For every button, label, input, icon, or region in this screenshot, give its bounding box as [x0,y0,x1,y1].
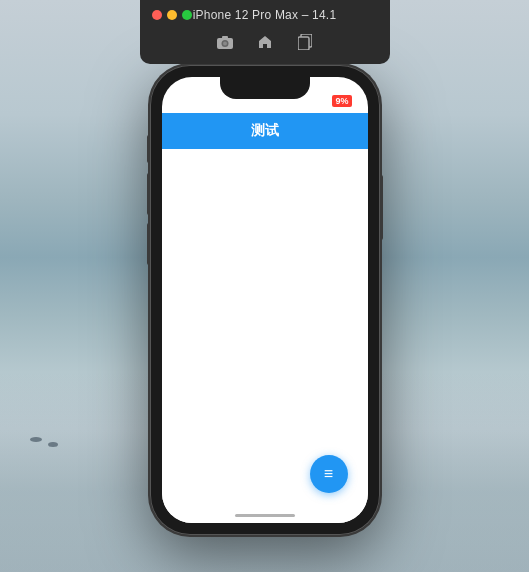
home-indicator[interactable] [235,514,295,517]
duck-1 [30,437,42,442]
toolbar-actions [211,28,319,56]
nav-title: 测试 [251,122,279,140]
simulator-toolbar: iPhone 12 Pro Max – 14.1 [140,0,390,64]
duck-2 [48,442,58,447]
wifi-icon [316,95,328,107]
fab-icon: ≡ [324,465,333,483]
mute-button[interactable] [147,135,150,163]
fab-button[interactable]: ≡ [310,455,348,493]
power-button[interactable] [380,175,383,240]
close-button[interactable] [152,10,162,20]
copy-button[interactable] [291,28,319,56]
toolbar-title: iPhone 12 Pro Max – 14.1 [193,8,337,22]
notch [220,77,310,99]
iphone-frame: 10:45 9% 测试 [150,65,380,535]
minimize-button[interactable] [167,10,177,20]
screenshot-button[interactable] [211,28,239,56]
navigation-bar: 测试 [162,113,368,149]
maximize-button[interactable] [182,10,192,20]
home-button[interactable] [251,28,279,56]
iphone-screen: 10:45 9% 测试 [162,77,368,523]
content-area[interactable]: ≡ [162,149,368,523]
traffic-lights [152,10,192,20]
status-icons: 9% [316,95,351,107]
volume-down-button[interactable] [147,223,150,265]
status-time: 10:45 [178,95,206,107]
svg-rect-3 [222,36,228,39]
svg-rect-5 [298,37,309,50]
svg-point-2 [223,42,227,46]
iphone-simulator: 10:45 9% 测试 [150,65,380,535]
battery-icon: 9% [332,95,351,107]
volume-up-button[interactable] [147,173,150,215]
